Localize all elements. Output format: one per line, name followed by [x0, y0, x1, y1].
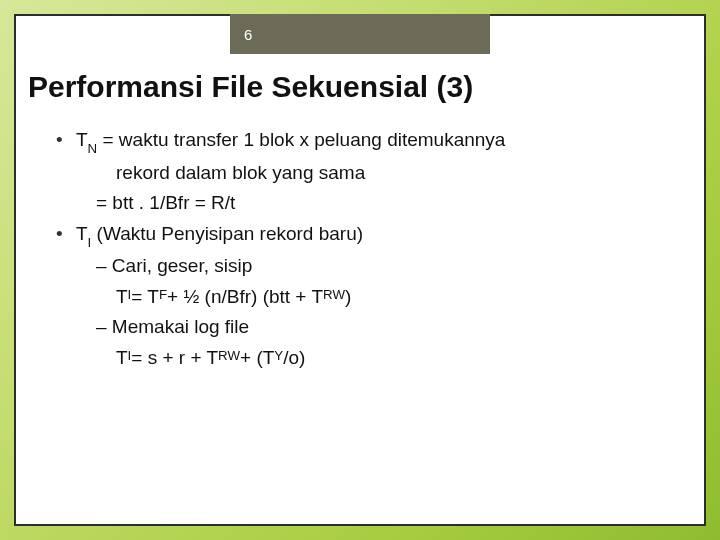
subscript: I — [128, 346, 132, 366]
text: = T — [131, 283, 159, 312]
text: = s + r + T — [131, 344, 218, 373]
text: – Memakai log file — [96, 313, 249, 342]
text: T — [116, 283, 128, 312]
slide-content: • TN = waktu transfer 1 blok x peluang d… — [56, 126, 674, 374]
bullet-item: • TN = waktu transfer 1 blok x peluang d… — [56, 126, 674, 157]
subscript: I — [88, 235, 92, 250]
subscript: Y — [274, 346, 283, 366]
page-number: 6 — [244, 26, 252, 43]
text: T — [76, 223, 88, 244]
text: (Waktu Penyisipan rekord baru) — [91, 223, 363, 244]
text: = waktu transfer 1 blok x peluang ditemu… — [97, 129, 505, 150]
indented-line: TI = TF + ½ (n/Bfr) (btt + TRW) — [56, 283, 674, 312]
bullet-text: TN = waktu transfer 1 blok x peluang dit… — [76, 126, 674, 157]
slide-title: Performansi File Sekuensial (3) — [28, 70, 473, 104]
subscript: RW — [323, 285, 345, 305]
bullet-dot-icon: • — [56, 126, 76, 155]
text: + ½ (n/Bfr) (btt + T — [167, 283, 323, 312]
text: = btt . 1/Bfr = R/t — [96, 189, 235, 218]
text: ) — [345, 283, 351, 312]
text: T — [116, 344, 128, 373]
text: + (T — [240, 344, 274, 373]
text: /o) — [283, 344, 305, 373]
bullet-item: • TI (Waktu Penyisipan rekord baru) — [56, 220, 674, 251]
indented-line: – Cari, geser, sisip — [56, 252, 674, 281]
text: – Cari, geser, sisip — [96, 252, 252, 281]
text: T — [76, 129, 88, 150]
indented-line: – Memakai log file — [56, 313, 674, 342]
bullet-text: TI (Waktu Penyisipan rekord baru) — [76, 220, 674, 251]
subscript: N — [88, 141, 98, 156]
slide: 6 Performansi File Sekuensial (3) • TN =… — [0, 0, 720, 540]
bullet-dot-icon: • — [56, 220, 76, 249]
subscript: F — [159, 285, 167, 305]
page-number-box: 6 — [230, 14, 490, 54]
indented-line: = btt . 1/Bfr = R/t — [56, 189, 674, 218]
slide-inner: 6 Performansi File Sekuensial (3) • TN =… — [14, 14, 706, 526]
text: rekord dalam blok yang sama — [116, 159, 365, 188]
subscript: I — [128, 285, 132, 305]
subscript: RW — [218, 346, 240, 366]
indented-line: TI = s + r + TRW + (TY/o) — [56, 344, 674, 373]
indented-line: rekord dalam blok yang sama — [56, 159, 674, 188]
